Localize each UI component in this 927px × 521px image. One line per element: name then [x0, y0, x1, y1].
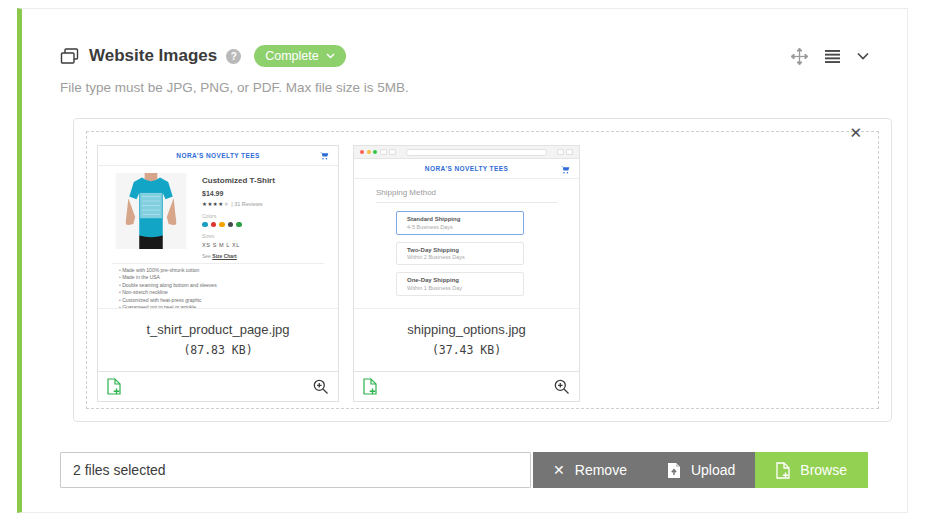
product-rating: ★★★★★ | 31 Reviews [202, 201, 275, 207]
color-swatch [228, 222, 234, 228]
x-icon: ✕ [553, 463, 565, 477]
shipping-option-standard: Standard Shipping 4-5 Business Days [396, 211, 524, 235]
footer-button-group: ✕ Remove Upload [533, 452, 755, 488]
shipping-option-one-day: One-Day Shipping Within 1 Business Day [396, 272, 524, 296]
colors-label: Colors [202, 213, 275, 219]
browser-url-bar [406, 149, 548, 156]
thumb2-store-header: NORA'S NOVELTY TEES [354, 159, 579, 179]
product-bullet: Made with 100% pre-shrunk cotton [119, 267, 328, 275]
menu-icon[interactable] [825, 50, 840, 63]
dropzone-dashed-area[interactable]: NORA'S NOVELTY TEES [86, 131, 879, 409]
file-card-tshirt: NORA'S NOVELTY TEES [97, 145, 339, 402]
star-empty: ★ [224, 201, 229, 207]
reviews-count: | 31 Reviews [231, 201, 262, 207]
browser-forward-button [389, 149, 396, 155]
file-card-actions [354, 371, 579, 401]
tshirt-product-image [112, 173, 190, 249]
product-bullet: Customized with heat-press graphic [119, 297, 328, 305]
product-title: Customized T-Shirt [202, 176, 275, 185]
product-bullet-list: Made with 100% pre-shrunk cotton Made in… [98, 267, 338, 309]
file-requirements-text: File type must be JPG, PNG, or PDF. Max … [22, 67, 907, 95]
zoom-in-icon[interactable] [313, 379, 329, 395]
file-thumbnail-shipping: NORA'S NOVELTY TEES Shipping Method [354, 146, 579, 308]
traffic-dot-yellow [367, 150, 371, 154]
size-chart-link: See Size Chart [202, 253, 275, 259]
sizes-list: XS S M L XL [202, 242, 275, 248]
zoom-in-icon[interactable] [554, 379, 570, 395]
drag-move-icon[interactable] [791, 48, 808, 65]
browser-back-button [380, 149, 387, 155]
traffic-dot-red [360, 150, 364, 154]
panel-header: Website Images ? Complete [22, 9, 907, 67]
collapse-chevron-icon[interactable] [857, 52, 869, 60]
footer-toolbar: ✕ Remove Upload [60, 452, 868, 488]
product-bullet: Made in the USA [119, 274, 328, 282]
thumb2-divider [376, 202, 557, 203]
color-swatches [202, 222, 275, 228]
badge-chevron-down-icon [326, 53, 335, 59]
file-add-icon[interactable] [363, 378, 377, 395]
remove-button[interactable]: ✕ Remove [533, 452, 647, 488]
close-icon[interactable]: ✕ [849, 125, 862, 140]
browse-button[interactable]: Browse [755, 452, 868, 488]
status-badge-label: Complete [265, 49, 319, 63]
cart-icon [320, 152, 329, 160]
product-price: $14.99 [202, 190, 275, 197]
file-card-actions [98, 371, 338, 401]
store-name-text: NORA'S NOVELTY TEES [176, 152, 259, 159]
upload-icon [667, 462, 681, 479]
file-size: (37.43 KB) [354, 343, 579, 357]
color-swatch [236, 222, 242, 228]
store-name-text: NORA'S NOVELTY TEES [425, 165, 508, 172]
file-add-icon[interactable] [107, 378, 121, 395]
browser-chrome-bar [354, 146, 579, 159]
sizes-label: Sizes [202, 233, 275, 239]
thumb1-divider [112, 263, 324, 264]
file-size: (87.83 KB) [98, 343, 338, 357]
cart-icon [561, 166, 570, 174]
images-stack-icon [60, 48, 79, 65]
product-bullet: Non-stretch neckline [119, 289, 328, 297]
thumb1-store-header: NORA'S NOVELTY TEES [98, 146, 338, 166]
file-cards-row: NORA'S NOVELTY TEES [97, 145, 580, 402]
thumb1-product-section: Customized T-Shirt $14.99 ★★★★★ | 31 Rev… [98, 166, 338, 261]
product-bullet: Double seaming along bottom and sleeves [119, 282, 328, 290]
browser-tool-button [566, 149, 573, 155]
color-swatch [202, 222, 208, 228]
files-selected-input[interactable] [60, 452, 531, 488]
color-swatch [211, 222, 217, 228]
browse-file-add-icon [776, 462, 790, 479]
browser-tool-button [557, 149, 564, 155]
color-swatch [219, 222, 225, 228]
shipping-method-heading: Shipping Method [376, 188, 579, 197]
traffic-dot-green [373, 150, 377, 154]
file-card-shipping: NORA'S NOVELTY TEES Shipping Method [353, 145, 580, 402]
upload-dropzone: NORA'S NOVELTY TEES [73, 118, 892, 422]
shipping-option-two-day: Two-Day Shipping Within 2 Business Days [396, 242, 524, 266]
stars-filled: ★★★★ [202, 201, 224, 207]
file-thumbnail-tshirt: NORA'S NOVELTY TEES [98, 146, 338, 308]
product-bullet: Guaranteed not to peel or wrinkle [119, 304, 328, 308]
file-name: t_shirt_product_page.jpg [98, 322, 338, 337]
status-badge[interactable]: Complete [254, 45, 346, 67]
file-meta: t_shirt_product_page.jpg (87.83 KB) [98, 308, 338, 371]
file-meta: shipping_options.jpg (37.43 KB) [354, 308, 579, 371]
upload-button[interactable]: Upload [647, 452, 755, 488]
header-tools [791, 48, 869, 65]
file-name: shipping_options.jpg [354, 322, 579, 337]
website-images-panel: Website Images ? Complete [17, 8, 908, 513]
page-title: Website Images [89, 46, 217, 66]
thumb1-product-info: Customized T-Shirt $14.99 ★★★★★ | 31 Rev… [202, 173, 275, 259]
help-icon[interactable]: ? [226, 49, 241, 64]
